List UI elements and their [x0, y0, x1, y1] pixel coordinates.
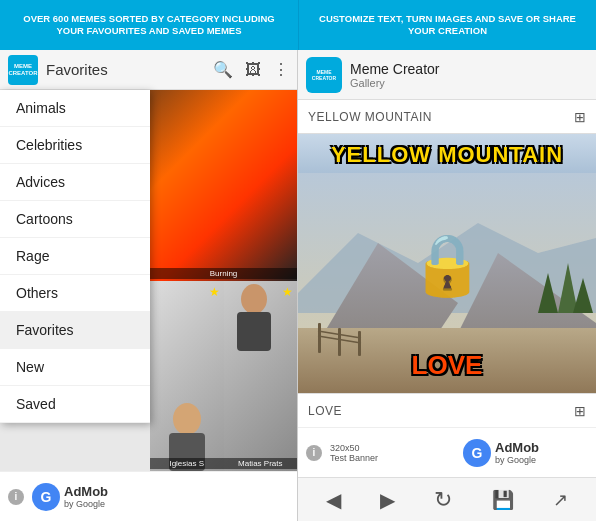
thumb-burning[interactable]: Burning	[150, 90, 297, 281]
person2-svg	[224, 281, 284, 351]
meme-lock-heart: 🔒	[410, 228, 485, 299]
thumb-burning-label: Burning	[150, 268, 297, 279]
menu-item-saved[interactable]: Saved	[0, 386, 150, 423]
left-panel: MEME CREATOR Favorites 🔍 🖼 ⋮ Burning	[0, 50, 298, 521]
admob-logo-right: G AdMob by Google	[463, 439, 588, 467]
meme-bottom-text: LOVE	[298, 350, 596, 381]
left-logo: MEME CREATOR	[8, 55, 38, 85]
meme-image-area[interactable]: 🔒 YELLOW MOUNTAIN LOVE	[298, 134, 596, 393]
left-app-title: Favorites	[46, 61, 205, 78]
thumb-row-1: Burning	[150, 90, 297, 281]
admob-g-logo-right: G	[463, 439, 491, 467]
admob-banner-left[interactable]: i G AdMob by Google	[0, 471, 297, 521]
admob-banner-right[interactable]: i 320x50 Test Banner G AdMob by Google	[298, 427, 596, 477]
menu-item-new[interactable]: New	[0, 349, 150, 386]
dropdown-menu: Animals Celebrities Advices Cartoons Rag…	[0, 90, 150, 423]
menu-item-celebrities[interactable]: Celebrities	[0, 127, 150, 164]
menu-item-rage[interactable]: Rage	[0, 238, 150, 275]
banner-right: CUSTOMIZE TEXT, TURN IMAGES AND SAVE OR …	[298, 0, 596, 50]
banner-left: OVER 600 MEMES SORTED BY CATEGORY INCLUD…	[0, 0, 298, 50]
admob-by-right: by Google	[495, 455, 539, 465]
admob-info-right: i	[306, 445, 322, 461]
right-app-bar: MEME CREATOR Meme Creator Gallery	[298, 50, 596, 100]
image-icon[interactable]: 🖼	[245, 61, 261, 79]
nav-forward-button[interactable]: ▶	[372, 484, 403, 516]
meme-top-text: YELLOW MOUNTAIN	[298, 142, 596, 168]
admob-brand-left: AdMob	[64, 484, 108, 499]
svg-point-2	[241, 284, 267, 314]
thumb-person2[interactable]: ★ Matias Prats	[224, 281, 298, 472]
thumb-person1-label: Iglesias S	[150, 458, 224, 469]
nav-share-button[interactable]: ↗	[545, 485, 576, 515]
meme-bottom-label: LOVE	[308, 404, 568, 418]
admob-brand-right: AdMob	[495, 440, 539, 455]
meme-filter-icon-bottom[interactable]: ⊞	[574, 403, 586, 419]
filter-icon[interactable]: ⊞	[574, 109, 586, 125]
admob-text-left: AdMob by Google	[64, 484, 108, 509]
admob-logo-area: G AdMob by Google	[32, 483, 289, 511]
search-icon[interactable]: 🔍	[213, 60, 233, 79]
admob-by-left: by Google	[64, 499, 108, 509]
left-app-icons: 🔍 🖼 ⋮	[213, 60, 289, 79]
admob-size-label: 320x50	[330, 443, 455, 453]
menu-item-others[interactable]: Others	[0, 275, 150, 312]
admob-g-logo: G	[32, 483, 60, 511]
admob-info-icon: i	[8, 489, 24, 505]
svg-rect-9	[318, 323, 321, 353]
admob-test-label: Test Banner	[330, 453, 455, 463]
right-app-titles: Meme Creator Gallery	[350, 61, 439, 89]
nav-refresh-button[interactable]: ↻	[426, 483, 460, 517]
menu-item-cartoons[interactable]: Cartoons	[0, 201, 150, 238]
top-banner: OVER 600 MEMES SORTED BY CATEGORY INCLUD…	[0, 0, 596, 50]
admob-320-info: 320x50 Test Banner	[330, 443, 455, 463]
thumb-star-1: ★	[209, 285, 220, 299]
thumb-row-2: ★ Iglesias S ★ Matias Prats	[150, 281, 297, 472]
svg-rect-3	[237, 312, 271, 351]
nav-back-button[interactable]: ◀	[318, 484, 349, 516]
svg-point-0	[173, 403, 201, 435]
right-logo: MEME CREATOR	[306, 57, 342, 93]
banner-right-text: CUSTOMIZE TEXT, TURN IMAGES AND SAVE OR …	[309, 13, 586, 38]
thumb-star-2: ★	[282, 285, 293, 299]
right-app-subtitle: Gallery	[350, 77, 439, 89]
bottom-nav: ◀ ▶ ↻ 💾 ↗	[298, 477, 596, 521]
meme-bottom-bar: LOVE ⊞	[298, 393, 596, 427]
meme-title-bar: YELLOW MOUNTAIN ⊞	[298, 100, 596, 134]
thumb-person1[interactable]: ★ Iglesias S	[150, 281, 224, 472]
thumb-area: Burning ★ Iglesias S	[150, 90, 297, 471]
main-content: MEME CREATOR Favorites 🔍 🖼 ⋮ Burning	[0, 50, 596, 521]
menu-item-favorites[interactable]: Favorites	[0, 312, 150, 349]
nav-save-button[interactable]: 💾	[484, 485, 522, 515]
more-icon[interactable]: ⋮	[273, 60, 289, 79]
banner-left-text: OVER 600 MEMES SORTED BY CATEGORY INCLUD…	[10, 13, 288, 38]
menu-item-animals[interactable]: Animals	[0, 90, 150, 127]
menu-item-advices[interactable]: Advices	[0, 164, 150, 201]
admob-text-right: AdMob by Google	[495, 440, 539, 465]
left-app-bar: MEME CREATOR Favorites 🔍 🖼 ⋮	[0, 50, 297, 90]
meme-title: YELLOW MOUNTAIN	[308, 110, 568, 124]
thumb-person2-label: Matias Prats	[224, 458, 298, 469]
right-panel: MEME CREATOR Meme Creator Gallery YELLOW…	[298, 50, 596, 521]
right-app-title: Meme Creator	[350, 61, 439, 77]
